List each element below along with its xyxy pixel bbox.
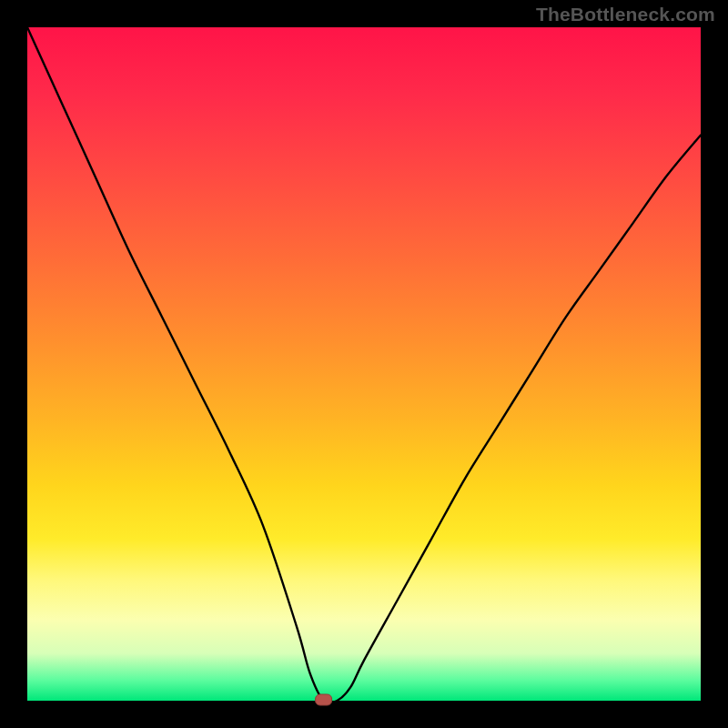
watermark-text: TheBottleneck.com [536,4,715,25]
plot-area [27,27,701,701]
chart-frame: TheBottleneck.com [0,0,728,728]
bottleneck-curve [27,27,701,703]
minimum-marker [316,694,332,705]
chart-svg [27,27,701,701]
